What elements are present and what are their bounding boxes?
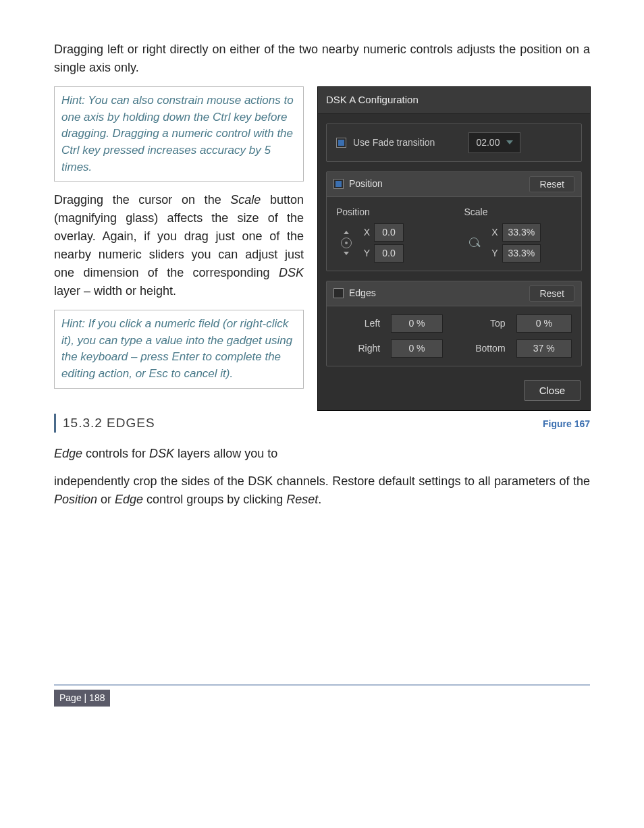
reset-term: Reset [286,493,318,506]
edge-top-field[interactable]: 0 % [516,314,572,333]
pos-y-field[interactable]: 0.0 [374,244,404,263]
dsk-term-2: DSK [149,447,174,460]
scale-x-label: X [490,225,498,240]
section-heading-edges: 15.3.2 EDGES [54,414,155,433]
edges-checkbox[interactable] [333,288,344,298]
text: Dragging the cursor on the [54,193,230,206]
edge-top-label: Top [454,316,506,331]
figure-label: Figure 167 [543,417,590,431]
scale-col-label: Scale [464,205,572,219]
dsk-term: DSK [279,266,304,279]
fade-section: Use Fade transition 02.00 [326,123,582,162]
text: or [97,493,115,506]
edge-term: Edge [54,447,82,460]
scale-term: Scale [230,193,261,206]
position-checkbox[interactable] [333,179,344,189]
scale-paragraph: Dragging the cursor on the Scale button … [54,191,304,300]
edge-right-field[interactable]: 0 % [391,339,443,358]
hint-box-numeric: Hint: If you click a numeric field (or r… [54,310,304,389]
position-reset-button[interactable]: Reset [529,176,574,192]
position-section: Position Reset Position [326,171,582,271]
footer-rule [54,684,590,686]
fade-label: Use Fade transition [353,136,435,150]
hint-box-ctrl: Hint: You can also constrain mouse actio… [54,86,304,182]
dsk-config-dialog: DSK A Configuration Use Fade transition … [317,86,591,411]
edge-bottom-label: Bottom [454,341,506,356]
position-col-label: Position [336,205,444,219]
text: independently crop the sides of the DSK … [54,474,590,488]
position-term: Position [54,493,97,506]
edges-section: Edges Reset Left 0 % Top 0 % Right 0 % B… [326,281,582,366]
pos-y-label: Y [362,246,370,260]
move-icon[interactable] [336,230,356,256]
text: controls for [82,447,149,460]
text: layer – width or height. [54,284,176,298]
edge-paragraph-2: independently crop the sides of the DSK … [54,472,590,509]
edge-paragraph-1: Edge controls for DSK layers allow you t… [54,445,590,463]
position-header: Position [349,177,383,191]
dialog-title: DSK A Configuration [318,87,590,114]
edges-reset-button[interactable]: Reset [529,285,574,302]
edge-left-field[interactable]: 0 % [391,314,443,333]
magnify-icon[interactable] [464,230,485,256]
text: control groups by clicking [143,493,286,506]
fade-duration-field[interactable]: 02.00 [468,132,520,153]
edges-header: Edges [349,286,376,300]
scale-x-field[interactable]: 33.3% [502,223,541,242]
edge-bottom-field[interactable]: 37 % [516,339,572,358]
page-number: Page | 188 [54,690,110,707]
pos-x-label: X [362,225,370,240]
edge-term-2: Edge [115,493,143,506]
chevron-down-icon[interactable] [506,140,513,144]
intro-paragraph: Dragging left or right directly on eithe… [54,40,590,77]
text: . [318,493,321,506]
scale-y-field[interactable]: 33.3% [502,244,541,263]
close-button[interactable]: Close [524,380,581,401]
edge-left-label: Left [336,316,380,331]
fade-duration-value: 02.00 [476,136,500,150]
edge-right-label: Right [336,341,380,356]
pos-x-field[interactable]: 0.0 [374,223,404,242]
scale-y-label: Y [490,246,498,260]
text: layers allow you to [174,447,277,460]
fade-checkbox[interactable] [336,138,346,148]
